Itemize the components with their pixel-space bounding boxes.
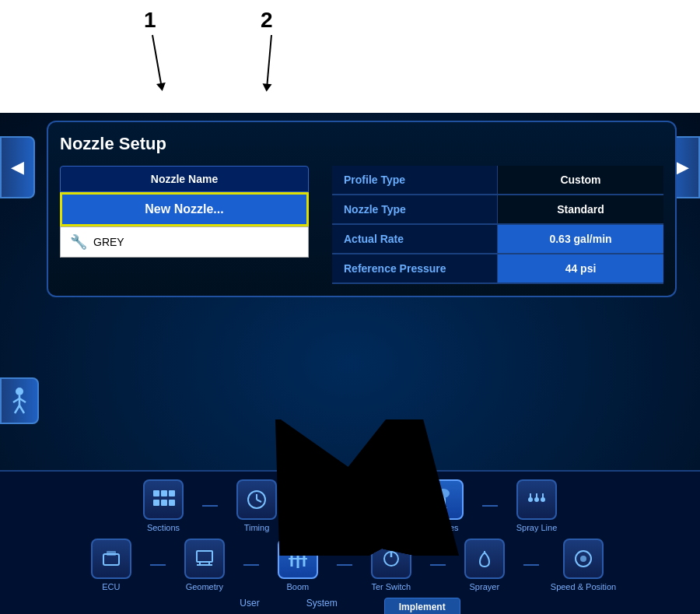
- svg-rect-15: [161, 500, 167, 506]
- properties-section: Profile TypeCustomNozzle TypeStandardAct…: [332, 166, 663, 284]
- svg-line-4: [15, 405, 19, 413]
- annotation-number-1: 1: [144, 8, 156, 33]
- arrow-line-2: [266, 35, 272, 86]
- nozzles-icon: [423, 479, 464, 520]
- section-switch-label: Section S...: [328, 523, 372, 532]
- svg-rect-33: [197, 551, 212, 562]
- connector-9: [523, 564, 539, 566]
- ter-switch-icon: [371, 539, 411, 579]
- nav-item-sprayer[interactable]: Sprayer: [457, 539, 512, 591]
- person-icon-button[interactable]: [0, 377, 39, 424]
- prop-row-2: Actual Rate0.63 gal/min: [332, 225, 663, 254]
- prop-value-1[interactable]: Standard: [498, 195, 663, 224]
- timing-label: Timing: [244, 523, 270, 532]
- svg-point-22: [437, 489, 450, 498]
- nav-item-speed-position[interactable]: Speed & Position: [551, 539, 616, 591]
- panel-title: Nozzle Setup: [60, 134, 663, 154]
- nav-item-geometry[interactable]: Geometry: [177, 539, 232, 591]
- prop-value-0[interactable]: Custom: [498, 166, 663, 195]
- boom-icon: [278, 539, 318, 579]
- nav-item-nozzles[interactable]: Nozzles: [416, 479, 471, 532]
- prop-label-2: Actual Rate: [332, 225, 498, 254]
- nav-item-ecu[interactable]: ECU: [84, 539, 138, 591]
- nozzles-label: Nozzles: [428, 523, 458, 532]
- prop-label-1: Nozzle Type: [332, 195, 498, 224]
- connector-2: [296, 505, 311, 507]
- svg-line-5: [19, 405, 24, 413]
- prop-label-3: Reference Pressure: [332, 254, 498, 283]
- speed-position-label: Speed & Position: [551, 582, 616, 591]
- tab-implement[interactable]: Implement: [384, 598, 460, 614]
- svg-rect-23: [441, 497, 446, 508]
- svg-rect-16: [169, 500, 175, 506]
- grey-nozzle-label: GREY: [93, 236, 124, 248]
- svg-line-19: [257, 500, 261, 502]
- boom-label: Boom: [286, 582, 309, 591]
- arrow-line-1: [152, 35, 162, 85]
- prop-row-0: Profile TypeCustom: [332, 166, 663, 195]
- connector-6: [243, 564, 259, 566]
- annotation-area: 1 2: [0, 0, 700, 113]
- svg-point-0: [16, 388, 23, 395]
- connector-7: [337, 564, 352, 566]
- timing-icon: [236, 479, 277, 520]
- connector-5: [150, 564, 166, 566]
- prop-value-2[interactable]: 0.63 gal/min: [498, 225, 663, 254]
- connector-1: [202, 505, 218, 507]
- properties-table: Profile TypeCustomNozzle TypeStandardAct…: [332, 166, 663, 284]
- connector-8: [430, 564, 446, 566]
- section-switch-icon: [330, 479, 370, 520]
- ter-switch-label: Ter Switch: [371, 582, 411, 591]
- ecu-label: ECU: [102, 582, 120, 591]
- nav-item-boom[interactable]: Boom: [271, 539, 325, 591]
- nav-row-top: Sections Timing Section S...: [16, 479, 684, 532]
- nav-left-button[interactable]: ◀: [0, 136, 35, 198]
- panel-content: Nozzle Name New Nozzle... 🔧 GREY Profile…: [60, 166, 663, 284]
- prop-row-3: Reference Pressure44 psi: [332, 254, 663, 284]
- nav-item-ter-switch[interactable]: Ter Switch: [364, 539, 418, 591]
- prop-label-0: Profile Type: [332, 166, 498, 195]
- speed-position-icon: [563, 539, 604, 579]
- nav-row-bottom: ECU Geometry: [16, 539, 684, 591]
- geometry-icon: [184, 539, 225, 579]
- nozzle-setup-panel: Nozzle Setup Nozzle Name New Nozzle... 🔧…: [47, 121, 677, 297]
- spray-line-icon: [516, 479, 557, 520]
- new-nozzle-item[interactable]: New Nozzle...: [60, 192, 309, 226]
- svg-rect-21: [345, 496, 355, 503]
- ecu-icon: [91, 539, 131, 579]
- svg-rect-11: [153, 490, 159, 496]
- nav-item-timing[interactable]: Timing: [229, 479, 284, 532]
- connector-3: [389, 505, 404, 507]
- svg-point-45: [580, 556, 586, 562]
- prop-value-3[interactable]: 44 psi: [498, 254, 663, 283]
- bottom-navigation: Sections Timing Section S...: [0, 470, 700, 614]
- sprayer-icon: [464, 539, 505, 579]
- main-area: ◀ ▶ Nozzle Setup Nozzle Name New Nozzle.…: [0, 113, 700, 614]
- sections-label: Sections: [147, 523, 180, 532]
- svg-rect-13: [169, 490, 175, 496]
- tab-row: User System Implement: [16, 598, 684, 614]
- prop-row-1: Nozzle TypeStandard: [332, 195, 663, 225]
- sprayer-label: Sprayer: [470, 582, 500, 591]
- sections-icon: [143, 479, 184, 520]
- svg-rect-32: [107, 551, 116, 556]
- svg-marker-24: [439, 507, 447, 510]
- svg-rect-31: [103, 554, 119, 565]
- svg-rect-14: [153, 500, 159, 506]
- nav-item-spray-line[interactable]: Spray Line: [509, 479, 564, 532]
- walking-person-icon: [9, 387, 30, 415]
- nav-item-section-switch[interactable]: Section S...: [323, 479, 377, 532]
- connector-4: [482, 505, 498, 507]
- nozzle-list-section: Nozzle Name New Nozzle... 🔧 GREY: [60, 166, 309, 284]
- nozzle-item-icon: 🔧: [70, 233, 87, 251]
- annotation-number-2: 2: [261, 8, 273, 33]
- nav-item-sections[interactable]: Sections: [136, 479, 191, 532]
- svg-rect-12: [161, 490, 167, 496]
- tab-user[interactable]: User: [240, 598, 259, 614]
- grey-nozzle-item[interactable]: 🔧 GREY: [60, 226, 309, 258]
- tab-system[interactable]: System: [306, 598, 338, 614]
- geometry-label: Geometry: [186, 582, 223, 591]
- nozzle-list-header: Nozzle Name: [60, 166, 309, 192]
- spray-line-label: Spray Line: [516, 523, 558, 532]
